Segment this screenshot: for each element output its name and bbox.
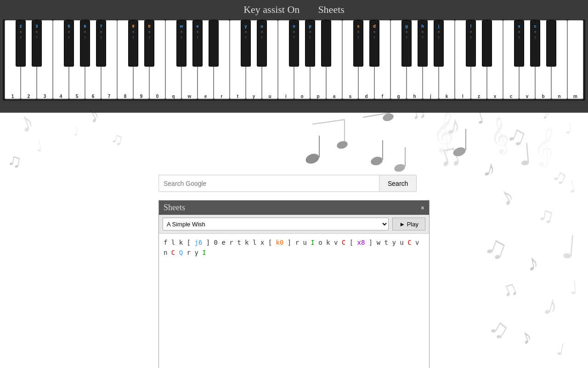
note-t: t [237, 239, 245, 246]
svg-text:𝄞: 𝄞 [431, 109, 456, 155]
svg-point-200 [393, 163, 406, 173]
note-bracket-open1: [ [187, 239, 191, 246]
note-bracket-open3: [ [350, 239, 353, 246]
svg-text:x: x [494, 94, 497, 99]
note-l: l [171, 239, 179, 246]
svg-text:i: i [285, 94, 287, 99]
svg-text:♪: ♪ [517, 324, 535, 350]
sheets-close-button[interactable]: × [421, 204, 424, 212]
note-0: 0 [214, 239, 222, 246]
svg-text:o: o [300, 94, 303, 99]
note-t2: t [384, 239, 392, 246]
sheets-title: Sheets [164, 203, 185, 213]
svg-text:♩: ♩ [565, 121, 572, 137]
svg-text:j: j [430, 94, 431, 99]
note-u2: u [400, 239, 407, 246]
svg-text:e: e [204, 94, 207, 99]
svg-text:c: c [534, 24, 536, 29]
note-cap-c3: C [171, 249, 179, 256]
svg-rect-109 [209, 20, 219, 66]
svg-text:9: 9 [132, 24, 134, 29]
svg-text:+: + [100, 30, 102, 34]
svg-text:♩: ♩ [34, 138, 44, 155]
note-k3: k [326, 239, 334, 246]
search-area: Search [158, 175, 417, 192]
svg-text:+: + [84, 30, 86, 34]
svg-text:+: + [357, 30, 360, 34]
svg-text:d: d [365, 94, 368, 99]
svg-text:♪: ♪ [525, 249, 540, 276]
svg-text:+: + [181, 30, 183, 34]
svg-text:s: s [357, 24, 359, 29]
svg-text:+: + [438, 30, 440, 34]
svg-text:+: + [373, 30, 376, 34]
svg-text:𝄞: 𝄞 [531, 126, 557, 169]
svg-text:↑: ↑ [422, 35, 424, 40]
svg-text:9: 9 [140, 94, 143, 99]
svg-text:0: 0 [156, 94, 159, 99]
svg-text:↑: ↑ [245, 35, 247, 40]
piano-svg: {"wk":36} 1234567890qwertyuiopasdfghjklz… [3, 19, 585, 101]
svg-text:+: + [534, 30, 537, 34]
svg-text:7: 7 [100, 24, 102, 29]
svg-text:♫: ♫ [480, 228, 513, 267]
key-assist-button[interactable]: Key assist On [243, 4, 300, 16]
svg-text:♫: ♫ [6, 150, 23, 172]
svg-text:3: 3 [44, 94, 46, 99]
note-y2: y [194, 249, 202, 256]
svg-text:p: p [309, 24, 311, 29]
svg-text:+: + [518, 30, 520, 34]
svg-text:l: l [462, 94, 464, 99]
sheets-button[interactable]: Sheets [318, 4, 344, 16]
svg-text:6: 6 [92, 94, 95, 99]
search-button[interactable]: Search [379, 175, 417, 192]
svg-text:w: w [179, 24, 183, 29]
svg-text:♪: ♪ [481, 155, 499, 183]
sheets-toolbar: A Simple Wish ► Play [159, 215, 429, 234]
svg-point-191 [336, 140, 348, 150]
note-cap-i: I [311, 239, 318, 246]
svg-text:n: n [558, 94, 560, 99]
note-v2: v [415, 239, 419, 246]
svg-text:↑: ↑ [470, 35, 472, 40]
note-bracket-open2: [ [268, 239, 272, 246]
note-r2: r [295, 239, 303, 246]
svg-text:v: v [526, 94, 529, 99]
note-r3: r [187, 249, 195, 256]
svg-text:↑: ↑ [534, 35, 537, 40]
svg-text:↑: ↑ [36, 35, 38, 40]
svg-point-196 [370, 155, 384, 167]
search-input[interactable] [158, 175, 379, 192]
svg-text:+: + [261, 30, 263, 34]
svg-text:♫: ♫ [537, 202, 556, 228]
svg-text:0: 0 [148, 24, 150, 29]
svg-point-194 [304, 152, 320, 165]
svg-text:↑: ↑ [293, 35, 295, 40]
note-n: n [164, 249, 171, 256]
song-selector[interactable]: A Simple Wish [163, 218, 389, 230]
svg-text:♩: ♩ [555, 339, 566, 358]
svg-text:5: 5 [76, 94, 79, 99]
svg-text:s: s [349, 94, 352, 99]
svg-rect-126 [322, 20, 331, 66]
piano-keyboard: {"wk":36} 1234567890qwertyuiopasdfghjklz… [3, 19, 585, 101]
svg-text:+: + [470, 30, 472, 34]
note-x8: x8 [357, 239, 365, 246]
svg-text:♪: ♪ [494, 181, 519, 212]
svg-text:+: + [20, 30, 22, 34]
svg-text:k: k [446, 94, 448, 99]
svg-point-198 [452, 146, 467, 158]
svg-text:d: d [373, 24, 376, 29]
svg-text:y: y [244, 24, 247, 29]
svg-rect-151 [482, 20, 492, 66]
svg-text:♩: ♩ [566, 177, 578, 196]
svg-text:↑: ↑ [438, 35, 440, 40]
svg-text:y: y [253, 94, 255, 99]
svg-text:4: 4 [60, 94, 62, 99]
svg-text:x: x [518, 24, 520, 29]
play-button[interactable]: ► Play [392, 218, 425, 230]
svg-text:↑: ↑ [518, 35, 520, 40]
svg-text:m: m [573, 94, 577, 99]
svg-text:♩: ♩ [560, 229, 578, 266]
note-cap-c: C [342, 239, 350, 246]
